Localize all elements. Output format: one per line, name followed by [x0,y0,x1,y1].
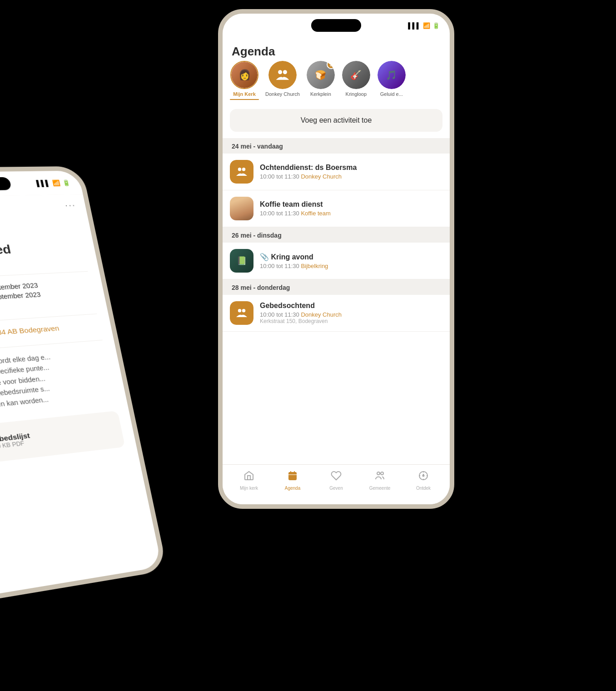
circle-label-mijn-kerk: Mijn Kerk [233,91,256,97]
status-bar: ▌▌▌ 📶 🔋 [223,14,450,37]
more-options-button[interactable]: ··· [64,200,77,210]
left-power [94,224,103,256]
church-people-icon-event [235,165,248,179]
event-koffie[interactable]: Koffie team dienst 10:00 tot 11:30 Koffi… [223,190,450,227]
add-activity-button[interactable]: Voeg een activiteit toe [230,109,442,132]
event-org-gebeds: Donkey Church [301,311,342,318]
agenda-screen: Agenda 👩 Mijn Kerk [223,37,450,504]
date-section-3: 28 mei - donderdag [223,279,450,295]
event-time-koffie: 10:00 tot 11:30 Koffie team [260,210,442,217]
left-signal-icon: ▌▌▌ [36,179,51,187]
attachment-info: Gebedslijst 240 KB PDF [0,432,32,451]
date-section-2: 26 mei - dinsdag [223,227,450,243]
dynamic-island [311,19,361,32]
circle-label-geluid: Geluid e... [380,91,403,97]
church-people-icon [274,67,291,83]
status-icons: ▌▌▌ 📶 🔋 [408,22,440,29]
nav-geven[interactable]: Geven [323,470,350,491]
nav-label-ontdek: Ontdek [416,486,431,491]
kerkplein-badge: 3 [327,61,335,69]
left-phone: 9:41 ▌▌▌ 📶 🔋 ✕ ··· Week van gebed Plaats… [0,166,168,605]
people-icon [374,470,385,484]
left-status-icons: ▌▌▌ 📶 🔋 [36,179,71,186]
right-phone: ▌▌▌ 📶 🔋 Agenda 👩 Mijn K [218,9,454,509]
heart-icon [331,470,342,484]
to-row: tot Zaterdag 25 september 2023 [0,288,93,304]
nav-label-gemeente: Gemeente [369,486,391,491]
agenda-title: Agenda [232,45,441,59]
event-org-kring: Bijbelkring [301,263,328,269]
nav-label-agenda: Agenda [285,486,300,491]
nav-gemeente[interactable]: Gemeente [366,470,393,491]
svg-point-2 [283,70,287,74]
nav-label-geven: Geven [329,486,343,491]
circle-label-kringloop: Kringloop [346,91,367,97]
circle-avatar-donkey-church [268,61,297,89]
nav-agenda[interactable]: Agenda [279,470,306,491]
circle-label-donkey-church: Donkey Church [265,91,300,97]
svg-point-12 [381,472,383,475]
event-avatar-kring: 📗 [230,249,253,273]
event-info-ochtenddienst: Ochtenddienst: ds Boersma 10:00 tot 11:3… [260,164,442,180]
left-status-bar: 9:41 ▌▌▌ 📶 🔋 [0,171,83,199]
svg-point-11 [377,472,380,475]
location-value: Kerkstraat 1, 1234 AB Bodegraven [0,324,60,340]
event-title-gebeds: Gebedsochtend [260,302,442,310]
battery-icon: 🔋 [432,22,440,29]
event-title-koffie: Koffie team dienst [260,200,442,209]
event-detail-title: Week van gebed [0,194,96,263]
ochtenddienst-icon [230,160,253,184]
svg-point-19 [423,475,424,477]
svg-point-3 [238,168,242,171]
left-wifi-icon: 📶 [52,179,61,186]
circles-row: 👩 Mijn Kerk [223,61,450,105]
circle-avatar-kringloop: 🎸 [342,61,370,89]
event-kring[interactable]: 📗 📎 Kring avond 10:00 tot 11:30 Bijbelkr… [223,243,450,279]
attachment-icon-inline: 📎 [260,253,271,261]
date-text: van Zondag 19 september 2023 tot Zaterda… [0,279,93,304]
event-title-kring: 📎 Kring avond [260,253,442,261]
svg-rect-8 [290,471,291,473]
nav-ontdek[interactable]: Ontdek [410,470,437,491]
gebeds-icon [230,301,253,325]
event-org-koffie: Koffie team [301,210,331,217]
home-icon [243,470,254,484]
nav-mijn-kerk[interactable]: Mijn kerk [235,470,263,491]
event-ochtenddienst[interactable]: Ochtenddienst: ds Boersma 10:00 tot 11:3… [223,154,450,190]
nav-label-mijn-kerk: Mijn kerk [240,486,258,491]
circle-mijn-kerk[interactable]: 👩 Mijn Kerk [230,61,259,100]
bottom-nav: Mijn kerk Agenda [223,464,450,504]
event-info-koffie: Koffie team dienst 10:00 tot 11:30 Koffi… [260,200,442,217]
church-people-icon-gebeds [235,306,248,320]
wifi-icon: 📶 [423,22,430,29]
date-section-1: 24 mei - vandaag [223,138,450,154]
agenda-icon [287,470,298,484]
kring-photo: 📗 [230,249,253,273]
event-time-kring: 10:00 tot 11:30 Bijbelkring [260,263,442,269]
description-text: In deze week wordt elke dag e...gedeeld … [0,348,115,413]
svg-point-5 [238,309,242,313]
event-avatar-koffie [230,197,253,220]
agenda-scroll[interactable]: 👩 Mijn Kerk [223,61,450,464]
circle-geluid[interactable]: 🎵 Geluid e... [377,61,406,97]
circle-kringloop[interactable]: 🎸 Kringloop [342,61,371,97]
event-info-kring: 📎 Kring avond 10:00 tot 11:30 Bijbelkrin… [260,253,442,269]
svg-point-4 [242,168,246,171]
circle-avatar-mijn-kerk: 👩 [230,61,258,89]
attachment-card[interactable]: Gebedslijst 240 KB PDF [0,411,125,467]
left-dynamic-island [0,177,12,191]
event-gebeds[interactable]: Gebedsochtend 10:00 tot 11:30 Donkey Chu… [223,295,450,332]
svg-rect-7 [288,472,297,480]
event-info-gebeds: Gebedsochtend 10:00 tot 11:30 Donkey Chu… [260,302,442,324]
circle-avatar-kerkplein: 🍞 3 [307,61,335,89]
circle-kerkplein[interactable]: 🍞 3 Kerkplein [306,61,335,97]
donkey-church-icon-bg [268,61,297,89]
left-phone-wrapper: 9:41 ▌▌▌ 📶 🔋 ✕ ··· Week van gebed Plaats… [0,166,218,691]
mijn-kerk-photo: 👩 [231,62,258,88]
koffie-photo [230,197,253,220]
circle-avatar-geluid: 🎵 [378,61,406,89]
event-time-gebeds: 10:00 tot 11:30 Donkey Church [260,311,442,318]
svg-point-1 [278,70,282,74]
svg-rect-10 [288,474,297,475]
circle-donkey-church[interactable]: Donkey Church [265,61,300,97]
